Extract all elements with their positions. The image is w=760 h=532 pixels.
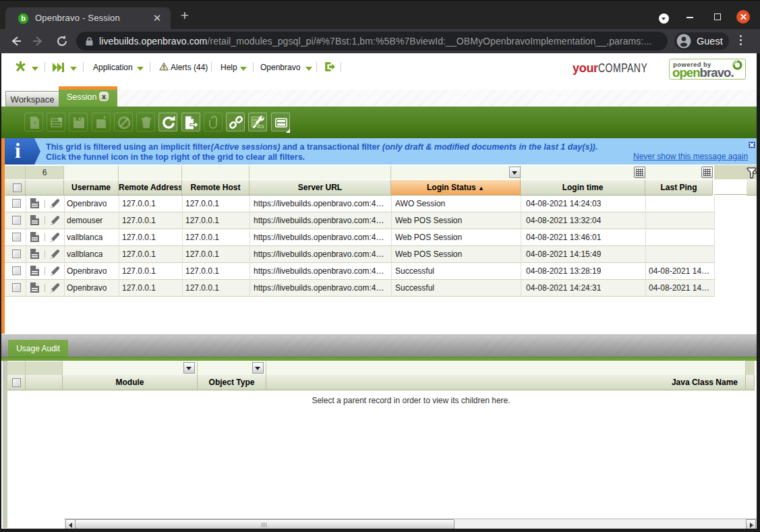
svg-text:*: * [34,120,37,128]
svg-text:b: b [21,14,26,22]
